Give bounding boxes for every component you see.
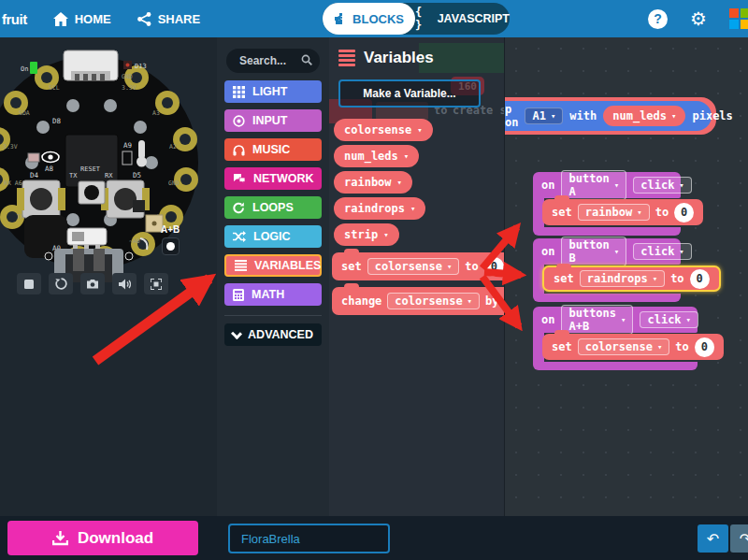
num-leds-variable[interactable]: num_leds▾ xyxy=(603,106,685,126)
category-logic[interactable]: LOGIC xyxy=(224,225,322,248)
home-button[interactable]: HOME xyxy=(53,12,111,26)
variable-dropdown[interactable]: rainbow▾ xyxy=(578,204,650,221)
undo-button[interactable]: ↶ xyxy=(698,524,728,553)
headphones-icon xyxy=(233,144,245,156)
button-dropdown[interactable]: button B▾ xyxy=(561,237,626,266)
braces-icon: { } xyxy=(415,6,432,32)
block-keyword: to xyxy=(655,206,669,219)
sim-restart-button[interactable] xyxy=(49,273,73,294)
category-advanced[interactable]: ADVANCED xyxy=(224,323,322,346)
svg-text:3.3V: 3.3V xyxy=(3,143,18,151)
variable-pill-raindrops[interactable]: raindrops▾ xyxy=(334,197,425,220)
variable-dropdown[interactable]: colorsense▾ xyxy=(387,293,480,309)
project-name-input[interactable] xyxy=(230,525,390,552)
toolbox-divider xyxy=(224,315,322,316)
variables-icon xyxy=(338,50,355,66)
chat-icon xyxy=(233,173,246,185)
sim-mute-button[interactable] xyxy=(112,273,137,294)
set-raindrops-block-highlighted[interactable]: set raindrops▾ to 0 xyxy=(542,266,721,292)
svg-text:D5: D5 xyxy=(133,171,141,179)
make-variable-button[interactable]: Make a Variable... xyxy=(338,79,481,108)
dropdown-caret-icon[interactable]: ▾ xyxy=(410,204,415,213)
dropdown-caret-icon: ▾ xyxy=(447,262,452,271)
tab-blocks[interactable]: BLOCKS xyxy=(323,3,415,35)
svg-text:RX A6: RX A6 xyxy=(4,179,22,187)
category-network[interactable]: NETWORK xyxy=(224,167,322,190)
dropdown-caret-icon[interactable]: ▾ xyxy=(417,125,422,135)
makecode-editor: fruit HOME SHARE BLOCKS { } JAVASCRIPT ?… xyxy=(0,0,748,560)
category-label: LIGHT xyxy=(252,85,288,98)
event-dropdown[interactable]: click▾ xyxy=(640,311,698,328)
set-variable-block[interactable]: set colorsense▾ to 0 xyxy=(332,252,505,280)
d8-label: D8 xyxy=(52,117,62,125)
target-icon xyxy=(233,115,245,127)
category-light[interactable]: LIGHT xyxy=(224,80,322,103)
variable-dropdown[interactable]: colorsense▾ xyxy=(578,338,670,355)
variable-pill-colorsense[interactable]: colorsense▾ xyxy=(334,119,433,141)
event-block-buttons-ab[interactable]: on buttons A+B▾ click▾ set colorsense▾ t… xyxy=(533,307,698,370)
help-button[interactable]: ? xyxy=(648,9,668,29)
variable-name: num_leds xyxy=(344,150,398,163)
calculator-icon xyxy=(233,289,244,301)
event-dropdown[interactable]: click▾ xyxy=(633,243,692,260)
variable-pill-strip[interactable]: strip▾ xyxy=(334,223,399,246)
tab-javascript-label: JAVASCRIPT xyxy=(438,12,510,25)
value-input[interactable]: 0 xyxy=(690,269,710,289)
sim-stop-button[interactable] xyxy=(17,273,41,294)
category-variables[interactable]: VARIABLES xyxy=(224,254,322,277)
event-block-button-b[interactable]: on button B▾ click▾ set raindrops▾ to 0 xyxy=(533,238,681,302)
svg-text:On: On xyxy=(21,65,28,73)
category-input[interactable]: INPUT xyxy=(224,109,322,132)
dropdown-caret-icon: ▾ xyxy=(679,180,683,190)
change-variable-block[interactable]: change colorsense▾ by 1 xyxy=(332,287,505,315)
variable-pill-num-leds[interactable]: num_leds▾ xyxy=(334,145,419,167)
dropdown-caret-icon: ▾ xyxy=(657,342,662,352)
variable-name: raindrops xyxy=(344,202,405,215)
undo-redo-group: ↶ ↷ xyxy=(698,524,748,553)
dropdown-caret-icon[interactable]: ▾ xyxy=(383,230,388,239)
category-math[interactable]: MATH xyxy=(224,283,322,306)
sim-screenshot-button[interactable] xyxy=(80,273,105,294)
set-colorsense-block[interactable]: set colorsense▾ to 0 xyxy=(542,334,724,360)
adafruit-logo[interactable]: fruit xyxy=(2,11,27,27)
block-keyword: on xyxy=(541,245,554,258)
block-workspace[interactable]: p on A1▾ with num_leds▾ pixels on button… xyxy=(505,37,748,516)
value-input[interactable]: 0 xyxy=(484,257,504,277)
sim-fullscreen-button[interactable] xyxy=(144,273,168,294)
variable-pill-rainbow[interactable]: rainbow▾ xyxy=(334,171,412,194)
value-input[interactable]: 0 xyxy=(674,203,694,223)
button-dropdown[interactable]: button A▾ xyxy=(561,170,626,200)
sim-ab-button-group: A+B xyxy=(161,224,180,255)
category-loops[interactable]: LOOPS xyxy=(224,196,322,219)
share-button[interactable]: SHARE xyxy=(137,12,201,26)
redo-button[interactable]: ↷ xyxy=(730,524,748,553)
dropdown-caret-icon[interactable]: ▾ xyxy=(404,151,409,161)
fullscreen-icon xyxy=(151,279,162,290)
svg-text:SCL: SCL xyxy=(49,84,60,92)
shuffle-icon xyxy=(233,231,246,242)
variable-name: rainbow xyxy=(344,176,392,189)
category-music[interactable]: MUSIC xyxy=(224,138,322,161)
button-dropdown[interactable]: buttons A+B▾ xyxy=(561,305,633,335)
tab-javascript[interactable]: { } JAVASCRIPT xyxy=(415,6,510,32)
create-strip-block[interactable]: p on A1▾ with num_leds▾ pixels xyxy=(505,101,712,131)
dropdown-caret-icon[interactable]: ▾ xyxy=(397,178,402,187)
pin-dropdown[interactable]: A1▾ xyxy=(525,108,563,124)
camera-icon xyxy=(86,279,99,289)
set-rainbow-block[interactable]: set rainbow▾ to 0 xyxy=(542,199,703,225)
share-label: SHARE xyxy=(158,12,201,26)
settings-button[interactable]: ⚙ xyxy=(690,9,707,28)
variable-dropdown[interactable]: colorsense▾ xyxy=(367,258,460,275)
variable-dropdown[interactable]: raindrops▾ xyxy=(580,270,665,287)
block-keyword: on xyxy=(541,179,554,192)
download-button[interactable]: Download xyxy=(7,521,198,555)
category-label: NETWORK xyxy=(253,172,314,185)
event-block-button-a[interactable]: on button A▾ click▾ set rainbow▾ to 0 xyxy=(533,172,681,236)
svg-text:A3: A3 xyxy=(152,109,160,117)
value-input[interactable]: 0 xyxy=(695,337,714,357)
board-simulator[interactable]: 3.3V A3 A2 GND A1 ~A0 VOUT SCL SDA 3.3V … xyxy=(0,49,217,282)
sim-ab-button[interactable] xyxy=(162,237,180,255)
block-keyword: with xyxy=(569,109,597,122)
event-dropdown[interactable]: click▾ xyxy=(633,177,692,194)
svg-text:GND: GND xyxy=(122,73,133,80)
